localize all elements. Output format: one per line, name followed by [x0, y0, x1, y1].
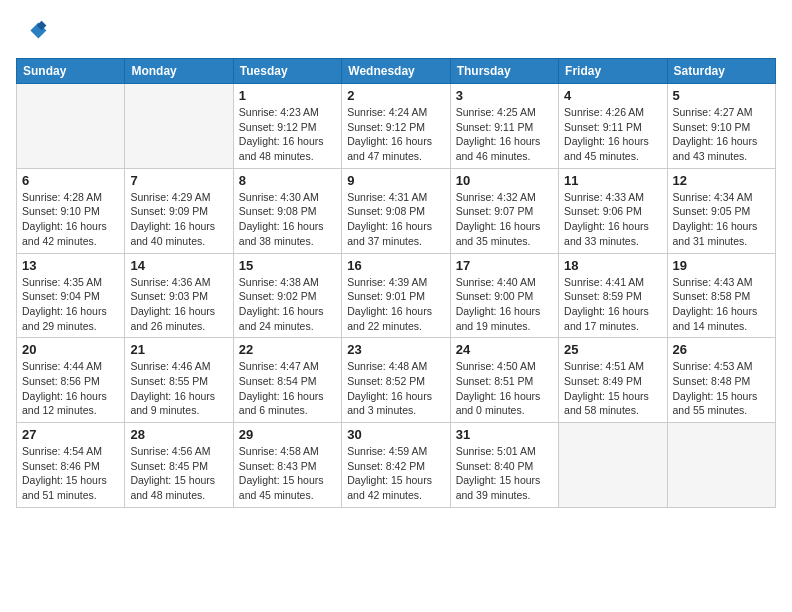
day-info: Sunrise: 4:56 AM Sunset: 8:45 PM Dayligh… [130, 444, 227, 503]
calendar-cell: 11Sunrise: 4:33 AM Sunset: 9:06 PM Dayli… [559, 168, 667, 253]
day-info: Sunrise: 4:29 AM Sunset: 9:09 PM Dayligh… [130, 190, 227, 249]
calendar-cell: 12Sunrise: 4:34 AM Sunset: 9:05 PM Dayli… [667, 168, 775, 253]
day-info: Sunrise: 4:27 AM Sunset: 9:10 PM Dayligh… [673, 105, 770, 164]
day-number: 25 [564, 342, 661, 357]
calendar-week-1: 1Sunrise: 4:23 AM Sunset: 9:12 PM Daylig… [17, 84, 776, 169]
calendar-cell: 26Sunrise: 4:53 AM Sunset: 8:48 PM Dayli… [667, 338, 775, 423]
day-number: 15 [239, 258, 336, 273]
day-number: 22 [239, 342, 336, 357]
day-info: Sunrise: 4:33 AM Sunset: 9:06 PM Dayligh… [564, 190, 661, 249]
day-info: Sunrise: 4:39 AM Sunset: 9:01 PM Dayligh… [347, 275, 444, 334]
day-number: 1 [239, 88, 336, 103]
day-number: 19 [673, 258, 770, 273]
calendar-cell: 8Sunrise: 4:30 AM Sunset: 9:08 PM Daylig… [233, 168, 341, 253]
day-number: 27 [22, 427, 119, 442]
calendar-cell: 14Sunrise: 4:36 AM Sunset: 9:03 PM Dayli… [125, 253, 233, 338]
day-info: Sunrise: 4:35 AM Sunset: 9:04 PM Dayligh… [22, 275, 119, 334]
day-number: 21 [130, 342, 227, 357]
calendar-cell [559, 423, 667, 508]
column-header-thursday: Thursday [450, 59, 558, 84]
day-info: Sunrise: 4:46 AM Sunset: 8:55 PM Dayligh… [130, 359, 227, 418]
calendar-cell: 16Sunrise: 4:39 AM Sunset: 9:01 PM Dayli… [342, 253, 450, 338]
day-info: Sunrise: 4:38 AM Sunset: 9:02 PM Dayligh… [239, 275, 336, 334]
day-number: 24 [456, 342, 553, 357]
column-header-friday: Friday [559, 59, 667, 84]
calendar-cell: 19Sunrise: 4:43 AM Sunset: 8:58 PM Dayli… [667, 253, 775, 338]
day-number: 9 [347, 173, 444, 188]
calendar-cell: 29Sunrise: 4:58 AM Sunset: 8:43 PM Dayli… [233, 423, 341, 508]
calendar-cell: 23Sunrise: 4:48 AM Sunset: 8:52 PM Dayli… [342, 338, 450, 423]
day-info: Sunrise: 4:54 AM Sunset: 8:46 PM Dayligh… [22, 444, 119, 503]
day-number: 5 [673, 88, 770, 103]
day-number: 29 [239, 427, 336, 442]
day-info: Sunrise: 4:23 AM Sunset: 9:12 PM Dayligh… [239, 105, 336, 164]
day-number: 28 [130, 427, 227, 442]
calendar-cell: 30Sunrise: 4:59 AM Sunset: 8:42 PM Dayli… [342, 423, 450, 508]
day-info: Sunrise: 4:44 AM Sunset: 8:56 PM Dayligh… [22, 359, 119, 418]
day-number: 18 [564, 258, 661, 273]
day-info: Sunrise: 4:50 AM Sunset: 8:51 PM Dayligh… [456, 359, 553, 418]
calendar-table: SundayMondayTuesdayWednesdayThursdayFrid… [16, 58, 776, 508]
calendar-cell: 5Sunrise: 4:27 AM Sunset: 9:10 PM Daylig… [667, 84, 775, 169]
day-info: Sunrise: 4:40 AM Sunset: 9:00 PM Dayligh… [456, 275, 553, 334]
day-number: 4 [564, 88, 661, 103]
day-info: Sunrise: 4:30 AM Sunset: 9:08 PM Dayligh… [239, 190, 336, 249]
column-header-tuesday: Tuesday [233, 59, 341, 84]
calendar-cell: 6Sunrise: 4:28 AM Sunset: 9:10 PM Daylig… [17, 168, 125, 253]
day-info: Sunrise: 4:51 AM Sunset: 8:49 PM Dayligh… [564, 359, 661, 418]
day-info: Sunrise: 5:01 AM Sunset: 8:40 PM Dayligh… [456, 444, 553, 503]
calendar-cell [667, 423, 775, 508]
day-number: 30 [347, 427, 444, 442]
day-number: 14 [130, 258, 227, 273]
calendar-cell: 3Sunrise: 4:25 AM Sunset: 9:11 PM Daylig… [450, 84, 558, 169]
calendar-cell: 7Sunrise: 4:29 AM Sunset: 9:09 PM Daylig… [125, 168, 233, 253]
day-info: Sunrise: 4:48 AM Sunset: 8:52 PM Dayligh… [347, 359, 444, 418]
day-number: 6 [22, 173, 119, 188]
calendar-cell: 21Sunrise: 4:46 AM Sunset: 8:55 PM Dayli… [125, 338, 233, 423]
calendar-cell: 15Sunrise: 4:38 AM Sunset: 9:02 PM Dayli… [233, 253, 341, 338]
column-header-monday: Monday [125, 59, 233, 84]
day-number: 13 [22, 258, 119, 273]
calendar-cell: 20Sunrise: 4:44 AM Sunset: 8:56 PM Dayli… [17, 338, 125, 423]
day-info: Sunrise: 4:25 AM Sunset: 9:11 PM Dayligh… [456, 105, 553, 164]
calendar-cell: 2Sunrise: 4:24 AM Sunset: 9:12 PM Daylig… [342, 84, 450, 169]
calendar-week-3: 13Sunrise: 4:35 AM Sunset: 9:04 PM Dayli… [17, 253, 776, 338]
calendar-cell: 9Sunrise: 4:31 AM Sunset: 9:08 PM Daylig… [342, 168, 450, 253]
day-info: Sunrise: 4:24 AM Sunset: 9:12 PM Dayligh… [347, 105, 444, 164]
logo [16, 16, 52, 48]
logo-icon [16, 16, 48, 48]
day-info: Sunrise: 4:31 AM Sunset: 9:08 PM Dayligh… [347, 190, 444, 249]
calendar-week-5: 27Sunrise: 4:54 AM Sunset: 8:46 PM Dayli… [17, 423, 776, 508]
day-number: 16 [347, 258, 444, 273]
day-info: Sunrise: 4:43 AM Sunset: 8:58 PM Dayligh… [673, 275, 770, 334]
day-info: Sunrise: 4:36 AM Sunset: 9:03 PM Dayligh… [130, 275, 227, 334]
calendar-cell: 13Sunrise: 4:35 AM Sunset: 9:04 PM Dayli… [17, 253, 125, 338]
day-number: 20 [22, 342, 119, 357]
day-info: Sunrise: 4:53 AM Sunset: 8:48 PM Dayligh… [673, 359, 770, 418]
day-number: 17 [456, 258, 553, 273]
day-number: 12 [673, 173, 770, 188]
calendar-cell: 31Sunrise: 5:01 AM Sunset: 8:40 PM Dayli… [450, 423, 558, 508]
column-header-sunday: Sunday [17, 59, 125, 84]
page-header [16, 16, 776, 48]
day-number: 10 [456, 173, 553, 188]
day-info: Sunrise: 4:34 AM Sunset: 9:05 PM Dayligh… [673, 190, 770, 249]
calendar-cell: 22Sunrise: 4:47 AM Sunset: 8:54 PM Dayli… [233, 338, 341, 423]
day-info: Sunrise: 4:28 AM Sunset: 9:10 PM Dayligh… [22, 190, 119, 249]
calendar-cell: 25Sunrise: 4:51 AM Sunset: 8:49 PM Dayli… [559, 338, 667, 423]
day-info: Sunrise: 4:32 AM Sunset: 9:07 PM Dayligh… [456, 190, 553, 249]
calendar-header-row: SundayMondayTuesdayWednesdayThursdayFrid… [17, 59, 776, 84]
calendar-cell [17, 84, 125, 169]
calendar-cell: 10Sunrise: 4:32 AM Sunset: 9:07 PM Dayli… [450, 168, 558, 253]
calendar-week-2: 6Sunrise: 4:28 AM Sunset: 9:10 PM Daylig… [17, 168, 776, 253]
day-number: 7 [130, 173, 227, 188]
day-info: Sunrise: 4:47 AM Sunset: 8:54 PM Dayligh… [239, 359, 336, 418]
day-number: 31 [456, 427, 553, 442]
day-info: Sunrise: 4:59 AM Sunset: 8:42 PM Dayligh… [347, 444, 444, 503]
day-info: Sunrise: 4:41 AM Sunset: 8:59 PM Dayligh… [564, 275, 661, 334]
column-header-wednesday: Wednesday [342, 59, 450, 84]
day-number: 2 [347, 88, 444, 103]
day-info: Sunrise: 4:26 AM Sunset: 9:11 PM Dayligh… [564, 105, 661, 164]
calendar-cell: 27Sunrise: 4:54 AM Sunset: 8:46 PM Dayli… [17, 423, 125, 508]
calendar-cell: 24Sunrise: 4:50 AM Sunset: 8:51 PM Dayli… [450, 338, 558, 423]
